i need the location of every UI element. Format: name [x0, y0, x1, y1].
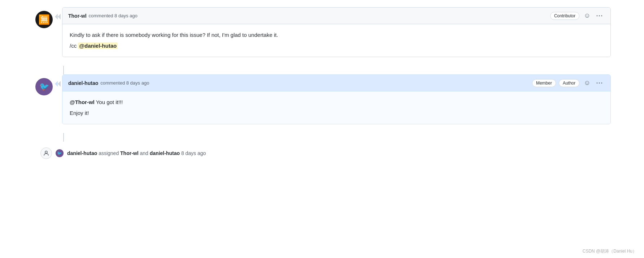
timeline-row: 🐦 daniel-hutao assigned Thor-wl and dani… — [33, 147, 611, 159]
comment-timestamp-2: commented 8 days ago — [100, 80, 149, 86]
avatar-thor: 🈚 — [35, 11, 53, 28]
emoji-button-2[interactable]: ☺ — [582, 78, 592, 87]
arrow-connector-1 — [55, 7, 62, 20]
comment-body-line-3: @Thor-wl You got it!!! — [70, 98, 603, 107]
contributor-badge: Contributor — [550, 12, 579, 20]
vertical-connector — [63, 66, 611, 74]
avatar-col-2: 🐦 — [33, 74, 55, 95]
comment-author-1[interactable]: Thor-wl — [68, 13, 87, 19]
connector-line — [63, 66, 64, 74]
comment-body-line-4: Enjoy it! — [70, 109, 603, 117]
comment-row-1: 🈚 Thor-wl commented 8 days ago Contribut… — [33, 7, 611, 57]
comment-header-left-1: Thor-wl commented 8 days ago — [68, 13, 138, 19]
comment-body-2: @Thor-wl You got it!!! Enjoy it! — [62, 91, 610, 124]
arrow-blue — [55, 81, 58, 87]
timeline-avatar-daniel: 🐦 — [56, 149, 64, 157]
comment-header-right-2: Member Author ☺ ··· — [532, 78, 605, 87]
vertical-connector-2 — [63, 133, 611, 142]
arrow-connector-2 — [55, 74, 62, 87]
connector-line-2 — [63, 133, 64, 142]
member-badge: Member — [532, 79, 556, 87]
comment-body-1: Kindly to ask if there is somebody worki… — [62, 24, 610, 57]
timeline-assignee-2[interactable]: daniel-hutao — [150, 150, 180, 156]
more-button-2[interactable]: ··· — [595, 79, 605, 87]
comment-timestamp-1: commented 8 days ago — [89, 13, 138, 18]
timeline-text: daniel-hutao assigned Thor-wl and daniel… — [67, 150, 206, 156]
comments-container: 🈚 Thor-wl commented 8 days ago Contribut… — [33, 7, 611, 159]
comment-header-2: daniel-hutao commented 8 days ago Member… — [62, 75, 610, 91]
timeline-assigner[interactable]: daniel-hutao — [67, 150, 97, 156]
avatar-col-1: 🈚 — [33, 7, 55, 28]
svg-point-0 — [45, 151, 47, 153]
timeline-timestamp: 8 days ago — [181, 150, 206, 156]
comment-box-2: daniel-hutao commented 8 days ago Member… — [62, 74, 611, 124]
emoji-button-1[interactable]: ☺ — [582, 11, 592, 20]
more-button-1[interactable]: ··· — [595, 12, 605, 20]
timeline-connector: and — [140, 150, 150, 156]
mention-thor[interactable]: @Thor-wl — [70, 99, 95, 105]
comment-body-line-2: /cc @daniel-hutao — [70, 42, 603, 50]
assign-icon — [40, 147, 52, 159]
comment-row-2: 🐦 daniel-hutao commented 8 days ago Memb… — [33, 74, 611, 124]
comment-header-1: Thor-wl commented 8 days ago Contributor… — [62, 8, 610, 24]
mention-daniel[interactable]: @daniel-hutao — [78, 42, 118, 49]
timeline-assignee-1[interactable]: Thor-wl — [120, 150, 139, 156]
comment-author-2[interactable]: daniel-hutao — [68, 80, 98, 86]
avatar-daniel: 🐦 — [35, 78, 53, 95]
comment-header-right-1: Contributor ☺ ··· — [550, 11, 605, 20]
author-badge: Author — [559, 79, 579, 87]
comment-body-line-1: Kindly to ask if there is somebody worki… — [70, 31, 603, 39]
comment-box-1: Thor-wl commented 8 days ago Contributor… — [62, 7, 611, 57]
comment-header-left-2: daniel-hutao commented 8 days ago — [68, 80, 149, 86]
